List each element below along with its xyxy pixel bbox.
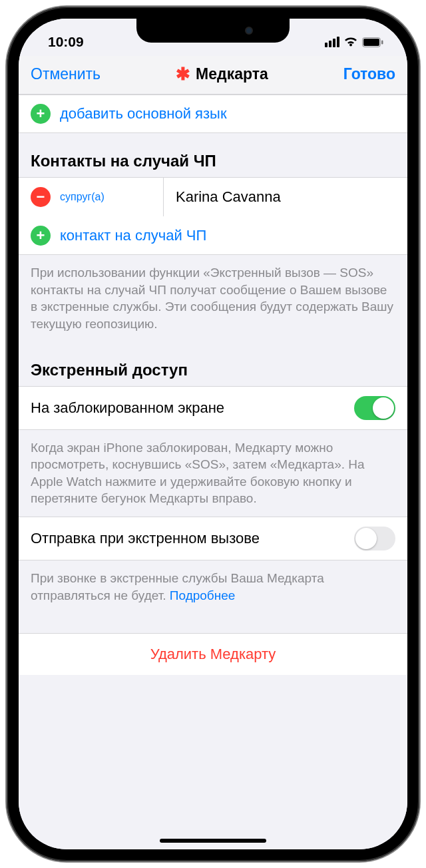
nav-bar: Отменить ✱ Медкарта Готово <box>19 56 407 95</box>
status-icons <box>325 37 383 47</box>
add-language-row[interactable]: + добавить основной язык <box>19 95 407 133</box>
delete-button[interactable]: Удалить Медкарту <box>19 633 407 675</box>
plus-icon: + <box>31 226 51 246</box>
svg-rect-2 <box>381 40 383 44</box>
phone-frame: 10:09 Отменить ✱ Медкарта Готово + добав… <box>7 7 419 861</box>
content[interactable]: + добавить основной язык Контакты на слу… <box>19 95 407 849</box>
contact-relation: супруг(а) <box>60 191 105 203</box>
plus-icon: + <box>31 104 51 124</box>
add-language-label: добавить основной язык <box>60 105 227 122</box>
nav-title-text: Медкарта <box>196 65 268 83</box>
status-time: 10:09 <box>48 34 84 50</box>
medical-id-icon: ✱ <box>176 64 190 85</box>
share-footer: При звонке в экстренные службы Ваша Медк… <box>19 560 407 613</box>
contact-relation-cell[interactable]: − супруг(а) <box>19 178 164 216</box>
lockscreen-row: На заблокированном экране <box>19 386 407 430</box>
share-label: Отправка при экстренном вызове <box>31 530 260 547</box>
share-row: Отправка при экстренном вызове <box>19 517 407 560</box>
contact-name[interactable]: Karina Cavanna <box>164 178 407 216</box>
screen: 10:09 Отменить ✱ Медкарта Готово + добав… <box>19 19 407 849</box>
contact-row: − супруг(а) Karina Cavanna <box>19 177 407 216</box>
contacts-footer: При использовании функции «Экстренный вы… <box>19 255 407 342</box>
lockscreen-toggle[interactable] <box>354 396 395 420</box>
battery-icon <box>362 37 383 47</box>
camera-icon <box>245 27 253 35</box>
learn-more-link[interactable]: Подробнее <box>170 588 236 602</box>
add-contact-row[interactable]: + контакт на случай ЧП <box>19 216 407 255</box>
lockscreen-label: На заблокированном экране <box>31 399 224 417</box>
section-header-access: Экстренный доступ <box>19 342 407 386</box>
nav-title: ✱ Медкарта <box>176 64 268 85</box>
cancel-button[interactable]: Отменить <box>31 65 101 83</box>
minus-icon[interactable]: − <box>31 187 51 207</box>
add-contact-label: контакт на случай ЧП <box>60 227 206 244</box>
svg-rect-1 <box>363 39 379 46</box>
section-header-contacts: Контакты на случай ЧП <box>19 133 407 177</box>
notch <box>136 19 290 43</box>
home-indicator[interactable] <box>160 839 266 843</box>
lockscreen-footer: Когда экран iPhone заблокирован, Медкарт… <box>19 430 407 517</box>
wifi-icon <box>343 37 358 47</box>
share-toggle[interactable] <box>354 527 395 550</box>
cellular-icon <box>325 37 339 47</box>
done-button[interactable]: Готово <box>343 65 395 83</box>
